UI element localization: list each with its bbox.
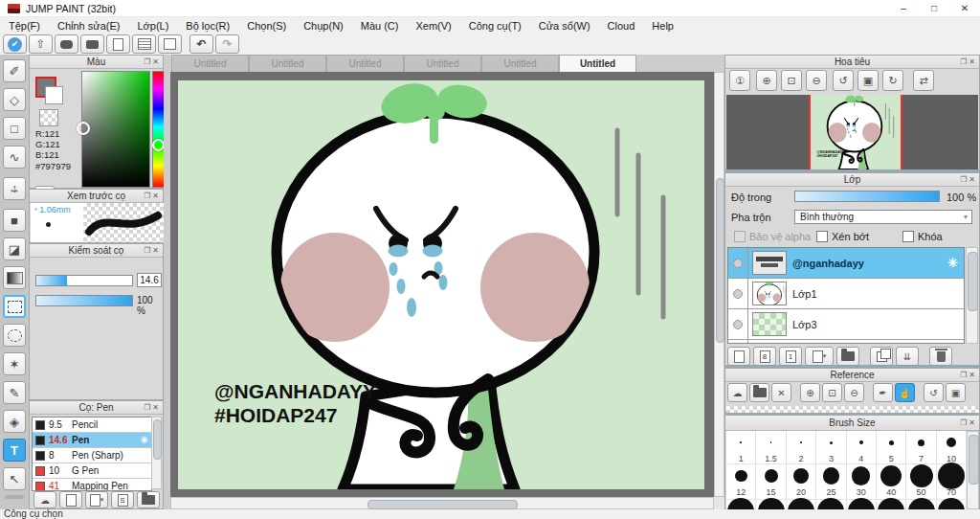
brush-size-cell-70[interactable]: 70 xyxy=(937,464,967,500)
comment-panel-button[interactable] xyxy=(80,34,104,54)
cloud-sync-button[interactable]: ✔ xyxy=(3,34,27,54)
layer-visibility-toggle[interactable] xyxy=(728,279,748,308)
brush-size-cell-3[interactable]: 3 xyxy=(816,431,846,464)
navigator-thumbnail[interactable] xyxy=(809,95,902,169)
menu-item-6[interactable]: Màu (C) xyxy=(352,20,408,32)
brush-size-cell-50[interactable]: 50 xyxy=(906,464,936,500)
redo-button[interactable]: ↷ xyxy=(215,34,239,54)
add-layer-menu-button[interactable]: ▾ xyxy=(805,347,834,366)
layer-visibility-toggle[interactable] xyxy=(728,309,748,339)
layer-opacity-slider[interactable] xyxy=(794,191,940,202)
brush-size-scrollbar[interactable] xyxy=(967,431,979,509)
undo-button[interactable]: ↶ xyxy=(189,34,213,54)
layer-row-3[interactable] xyxy=(728,340,964,344)
shape-rect-tool[interactable]: □ xyxy=(3,117,26,140)
object-pick-tool[interactable]: ↖ xyxy=(3,467,26,490)
document-tab-0[interactable]: Untitled xyxy=(171,55,249,72)
delete-layer-button[interactable] xyxy=(929,347,952,366)
brush-size-cell-10[interactable]: 10 xyxy=(937,431,967,464)
ref-zoom-out-button[interactable]: ⊖ xyxy=(844,383,864,402)
select-pen-tool[interactable]: ✎ xyxy=(3,381,26,404)
brush-size-cell-extra[interactable] xyxy=(937,500,967,509)
curve-tool[interactable]: ∿ xyxy=(3,146,26,169)
close-icon[interactable]: ✕ xyxy=(969,175,977,184)
reset-rotation-button[interactable]: ▣ xyxy=(858,70,879,91)
select-lasso-tool[interactable] xyxy=(3,324,26,347)
menu-item-9[interactable]: Cửa sổ(W) xyxy=(530,20,599,32)
close-icon[interactable]: ✕ xyxy=(969,371,977,379)
eraser-tool[interactable]: ◇ xyxy=(3,88,26,111)
menu-item-8[interactable]: Công cụ(T) xyxy=(460,20,530,32)
comment-bubble-button[interactable] xyxy=(55,34,78,54)
add-1bit-layer-button[interactable]: 1 xyxy=(779,347,802,366)
brush-size-cell-extra[interactable] xyxy=(877,500,906,509)
blend-dropdown[interactable]: Bình thường ▾ xyxy=(794,210,972,224)
menu-item-5[interactable]: Chụp(N) xyxy=(295,20,352,32)
ref-cloud-button[interactable]: ☁ xyxy=(727,383,747,402)
document-tab-3[interactable]: Untitled xyxy=(404,55,481,72)
ref-rotate-button[interactable]: ↺ xyxy=(924,383,944,402)
menu-item-0[interactable]: Tệp(F) xyxy=(0,20,49,32)
brush-size-cell-12[interactable]: 12 xyxy=(726,464,756,500)
brush-size-cell-1[interactable]: 1 xyxy=(726,431,756,464)
close-icon[interactable]: ✕ xyxy=(969,57,977,66)
close-icon[interactable]: ✕ xyxy=(969,418,977,427)
canvas[interactable]: @NGANHADAYY #HOIDAP247 xyxy=(178,80,704,489)
close-icon[interactable]: ✕ xyxy=(152,57,161,66)
duplicate-layer-button[interactable] xyxy=(870,347,893,366)
brush-row-0[interactable]: 9.5Pencil xyxy=(33,417,151,433)
popout-icon[interactable]: ❐ xyxy=(960,371,969,379)
brush-size-cell-4[interactable]: 4 xyxy=(847,431,877,464)
brush-size-slider[interactable] xyxy=(35,275,133,286)
text-tool[interactable]: T xyxy=(3,439,26,462)
select-eraser-tool[interactable]: ◈ xyxy=(3,410,26,433)
brush-list-scrollbar[interactable] xyxy=(151,417,162,489)
brush-row-3[interactable]: 10G Pen xyxy=(33,463,151,479)
brush-size-cell-1.5[interactable]: 1.5 xyxy=(756,431,786,464)
minimize-button[interactable]: – xyxy=(888,0,919,16)
brush-size-cell-15[interactable]: 15 xyxy=(756,464,786,500)
ref-eyedropper-button[interactable]: ✒ xyxy=(873,383,893,402)
ref-hand-button[interactable]: ☝ xyxy=(895,383,915,402)
brush-size-cell-extra[interactable] xyxy=(787,500,816,509)
add-8bit-layer-button[interactable]: 8 xyxy=(753,347,776,366)
share-upload-button[interactable]: ⇧ xyxy=(29,34,53,54)
brush-size-cell-2[interactable]: 2 xyxy=(787,431,816,464)
bucket-tool[interactable]: ◪ xyxy=(3,237,26,260)
rotate-ccw-button[interactable]: ↺ xyxy=(833,70,854,91)
menu-item-3[interactable]: Bộ lọc(R) xyxy=(177,20,238,32)
transparent-swatch[interactable] xyxy=(39,109,58,126)
alpha-protect-checkbox[interactable]: Bảo vệ alpha xyxy=(734,231,811,242)
popout-icon[interactable]: ❐ xyxy=(144,192,152,200)
document-tab-2[interactable]: Untitled xyxy=(326,55,404,72)
ref-clear-button[interactable]: ✕ xyxy=(771,383,791,402)
brush-size-cell-7[interactable]: 7 xyxy=(906,431,936,464)
layer-visibility-toggle[interactable] xyxy=(728,248,748,278)
lock-checkbox[interactable]: Khóa xyxy=(902,231,943,242)
fit-screen-button[interactable]: ⊡ xyxy=(781,70,802,91)
layer-list-scrollbar[interactable] xyxy=(966,247,978,344)
fill-shape-tool[interactable]: ■ xyxy=(3,209,26,232)
brush-size-cell-extra[interactable] xyxy=(906,500,936,509)
brush-size-cell-20[interactable]: 20 xyxy=(787,464,816,500)
document-tab-1[interactable]: Untitled xyxy=(249,55,326,72)
menu-item-7[interactable]: Xem(V) xyxy=(407,20,459,32)
popout-icon[interactable]: ❐ xyxy=(960,418,969,427)
navigator-view[interactable] xyxy=(726,95,978,169)
popout-icon[interactable]: ❐ xyxy=(144,403,152,412)
brush-size-cell-extra[interactable] xyxy=(847,500,877,509)
zoom-actual-button[interactable]: ① xyxy=(729,70,750,91)
brush-size-value[interactable]: 14.6 xyxy=(137,273,162,287)
select-rect-tool[interactable] xyxy=(3,295,26,318)
popout-icon[interactable]: ❐ xyxy=(960,175,969,184)
document-tab-4[interactable]: Untitled xyxy=(481,55,559,72)
rotate-cw-button[interactable]: ↻ xyxy=(882,70,903,91)
canvas-settings-button[interactable] xyxy=(158,34,182,54)
popout-icon[interactable]: ❐ xyxy=(144,246,152,255)
brush-size-cell-40[interactable]: 40 xyxy=(877,464,906,500)
brush-tool[interactable]: ✐ xyxy=(3,59,26,82)
ref-open-button[interactable] xyxy=(749,383,769,402)
gear-icon[interactable]: ✳ xyxy=(141,435,148,445)
gradient-tool[interactable] xyxy=(3,266,26,289)
material-panel-button[interactable] xyxy=(132,34,156,54)
